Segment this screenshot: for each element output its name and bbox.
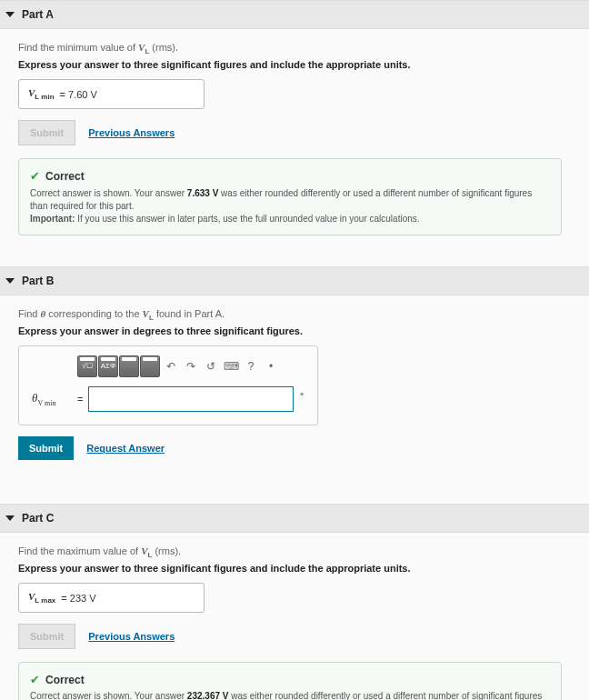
part-b-title: Part B (22, 275, 54, 287)
submit-button[interactable]: Submit (18, 436, 74, 460)
chevron-down-icon (5, 278, 15, 284)
feedback-text: Correct answer is shown. Your answer 7.6… (30, 187, 550, 225)
check-icon: ✔ (30, 168, 40, 185)
part-c: Part C Find the maximum value of VL (rms… (0, 504, 589, 700)
template-btn-3[interactable] (119, 355, 139, 377)
part-c-body: Find the maximum value of VL (rms). Expr… (0, 533, 589, 700)
part-c-answer-display: VL max = 233 V (18, 583, 205, 613)
part-c-express: Express your answer to three significant… (18, 563, 571, 574)
chevron-down-icon (5, 515, 15, 521)
template-btn-4[interactable] (140, 355, 160, 377)
check-icon: ✔ (30, 672, 40, 688)
part-a-express: Express your answer to three significant… (18, 59, 571, 70)
submit-button: Submit (18, 120, 75, 145)
part-c-header[interactable]: Part C (0, 504, 589, 533)
part-a: Part A Find the minimum value of VL (rms… (0, 0, 589, 248)
part-b: Part B Find θ corresponding to the VL fo… (0, 266, 589, 485)
part-b-body: Find θ corresponding to the VL found in … (0, 295, 589, 485)
part-b-input-panel: √☐ ΑΣΦ ↶ ↷ ↺ ⌨ ? • θV min = ∘ (18, 345, 318, 425)
undo-icon[interactable]: ↶ (162, 357, 180, 375)
part-c-instruction: Find the maximum value of VL (rms). (18, 545, 571, 559)
part-a-instruction: Find the minimum value of VL (rms). (18, 42, 571, 55)
keyboard-icon[interactable]: ⌨ (222, 357, 240, 375)
part-b-instruction: Find θ corresponding to the VL found in … (18, 308, 571, 322)
part-c-feedback: ✔ Correct Correct answer is shown. Your … (18, 662, 562, 700)
part-a-body: Find the minimum value of VL (rms). Expr… (0, 29, 589, 248)
part-a-header[interactable]: Part A (0, 0, 589, 29)
part-b-express: Express your answer in degrees to three … (18, 325, 571, 336)
part-a-answer-display: VL min = 7.60 V (18, 79, 205, 109)
equation-toolbar: √☐ ΑΣΦ ↶ ↷ ↺ ⌨ ? • (77, 355, 304, 377)
part-a-feedback: ✔ Correct Correct answer is shown. Your … (18, 158, 562, 235)
feedback-text: Correct answer is shown. Your answer 232… (30, 690, 550, 700)
submit-button: Submit (18, 624, 75, 649)
theta-min-label: θV min (32, 391, 72, 407)
part-b-header[interactable]: Part B (0, 266, 589, 295)
request-answer-link[interactable]: Request Answer (86, 443, 165, 454)
part-c-title: Part C (22, 512, 54, 525)
reset-icon[interactable]: ↺ (202, 357, 220, 375)
chevron-down-icon (5, 12, 15, 17)
template-btn-2[interactable]: ΑΣΦ (98, 355, 118, 377)
feedback-title: Correct (45, 169, 85, 185)
part-a-title: Part A (22, 8, 54, 21)
previous-answers-link[interactable]: Previous Answers (88, 127, 175, 138)
feedback-title: Correct (45, 673, 85, 688)
more-icon[interactable]: • (262, 357, 280, 375)
help-icon[interactable]: ? (242, 357, 260, 375)
previous-answers-link[interactable]: Previous Answers (88, 631, 175, 642)
theta-min-input[interactable] (88, 386, 294, 412)
template-btn-1[interactable]: √☐ (77, 355, 97, 377)
redo-icon[interactable]: ↷ (182, 357, 200, 375)
degree-symbol: ∘ (299, 388, 304, 398)
